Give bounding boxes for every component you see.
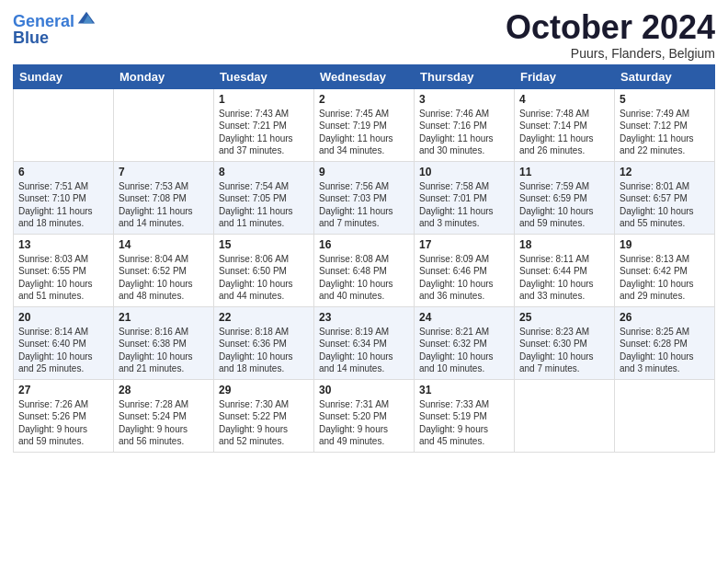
day-content: Sunrise: 8:03 AM Sunset: 6:55 PM Dayligh… (18, 253, 108, 303)
day-cell (515, 379, 615, 452)
day-content: Sunrise: 8:16 AM Sunset: 6:38 PM Dayligh… (119, 326, 209, 375)
day-content: Sunrise: 7:59 AM Sunset: 6:59 PM Dayligh… (519, 180, 609, 230)
week-row-4: 20Sunrise: 8:14 AM Sunset: 6:40 PM Dayli… (14, 306, 715, 379)
col-header-sunday: Sunday (14, 64, 114, 88)
day-number: 13 (18, 238, 108, 251)
day-number: 11 (519, 166, 609, 178)
day-content: Sunrise: 7:33 AM Sunset: 5:19 PM Dayligh… (419, 398, 509, 448)
day-cell: 1Sunrise: 7:43 AM Sunset: 7:21 PM Daylig… (214, 88, 314, 161)
day-cell: 28Sunrise: 7:28 AM Sunset: 5:24 PM Dayli… (114, 379, 214, 452)
day-cell: 27Sunrise: 7:26 AM Sunset: 5:26 PM Dayli… (14, 379, 114, 452)
day-cell: 13Sunrise: 8:03 AM Sunset: 6:55 PM Dayli… (14, 234, 114, 306)
day-number: 26 (620, 311, 710, 324)
day-content: Sunrise: 8:23 AM Sunset: 6:30 PM Dayligh… (519, 326, 609, 375)
day-number: 3 (419, 93, 509, 106)
day-cell: 9Sunrise: 7:56 AM Sunset: 7:03 PM Daylig… (314, 161, 415, 234)
day-content: Sunrise: 8:04 AM Sunset: 6:52 PM Dayligh… (119, 253, 209, 303)
day-cell: 19Sunrise: 8:13 AM Sunset: 6:42 PM Dayli… (615, 234, 715, 306)
col-header-friday: Friday (515, 64, 615, 88)
day-cell: 18Sunrise: 8:11 AM Sunset: 6:44 PM Dayli… (515, 234, 615, 306)
day-number: 12 (620, 166, 710, 178)
day-content: Sunrise: 7:53 AM Sunset: 7:08 PM Dayligh… (119, 180, 209, 230)
day-number: 30 (319, 384, 409, 396)
day-content: Sunrise: 8:21 AM Sunset: 6:32 PM Dayligh… (419, 326, 509, 375)
day-cell: 25Sunrise: 8:23 AM Sunset: 6:30 PM Dayli… (515, 306, 615, 379)
day-cell: 22Sunrise: 8:18 AM Sunset: 6:36 PM Dayli… (214, 306, 314, 379)
day-cell: 5Sunrise: 7:49 AM Sunset: 7:12 PM Daylig… (615, 88, 715, 161)
day-cell: 31Sunrise: 7:33 AM Sunset: 5:19 PM Dayli… (415, 379, 515, 452)
month-title: October 2024 (506, 9, 715, 46)
day-cell: 16Sunrise: 8:08 AM Sunset: 6:48 PM Dayli… (314, 234, 415, 306)
day-content: Sunrise: 7:28 AM Sunset: 5:24 PM Dayligh… (119, 398, 209, 448)
day-cell (114, 88, 214, 161)
day-cell: 17Sunrise: 8:09 AM Sunset: 6:46 PM Dayli… (415, 234, 515, 306)
day-content: Sunrise: 8:11 AM Sunset: 6:44 PM Dayligh… (519, 253, 609, 303)
day-number: 24 (419, 311, 509, 324)
week-row-5: 27Sunrise: 7:26 AM Sunset: 5:26 PM Dayli… (14, 379, 715, 452)
day-cell: 6Sunrise: 7:51 AM Sunset: 7:10 PM Daylig… (14, 161, 114, 234)
day-number: 19 (620, 238, 710, 251)
day-content: Sunrise: 7:26 AM Sunset: 5:26 PM Dayligh… (18, 398, 108, 448)
week-row-2: 6Sunrise: 7:51 AM Sunset: 7:10 PM Daylig… (14, 161, 715, 234)
day-content: Sunrise: 8:06 AM Sunset: 6:50 PM Dayligh… (219, 253, 309, 303)
col-header-monday: Monday (114, 64, 214, 88)
day-content: Sunrise: 8:09 AM Sunset: 6:46 PM Dayligh… (419, 253, 509, 303)
day-cell: 8Sunrise: 7:54 AM Sunset: 7:05 PM Daylig… (214, 161, 314, 234)
day-number: 9 (319, 166, 409, 178)
day-cell: 23Sunrise: 8:19 AM Sunset: 6:34 PM Dayli… (314, 306, 415, 379)
day-number: 28 (119, 384, 209, 396)
day-number: 10 (419, 166, 509, 178)
day-content: Sunrise: 7:43 AM Sunset: 7:21 PM Dayligh… (219, 108, 309, 157)
day-number: 18 (519, 238, 609, 251)
day-number: 16 (319, 238, 409, 251)
day-cell: 12Sunrise: 8:01 AM Sunset: 6:57 PM Dayli… (615, 161, 715, 234)
day-cell: 30Sunrise: 7:31 AM Sunset: 5:20 PM Dayli… (314, 379, 415, 452)
day-content: Sunrise: 8:25 AM Sunset: 6:28 PM Dayligh… (620, 326, 710, 375)
col-header-saturday: Saturday (615, 64, 715, 88)
day-number: 23 (319, 311, 409, 324)
logo-text2: Blue (13, 29, 97, 48)
day-number: 8 (219, 166, 309, 178)
day-number: 29 (219, 384, 309, 396)
day-content: Sunrise: 7:48 AM Sunset: 7:14 PM Dayligh… (519, 108, 609, 157)
day-cell (14, 88, 114, 161)
day-cell: 14Sunrise: 8:04 AM Sunset: 6:52 PM Dayli… (114, 234, 214, 306)
day-number: 14 (119, 238, 209, 251)
day-cell: 3Sunrise: 7:46 AM Sunset: 7:16 PM Daylig… (415, 88, 515, 161)
day-number: 2 (319, 93, 409, 106)
day-number: 27 (18, 384, 108, 396)
day-number: 1 (219, 93, 309, 106)
day-number: 7 (119, 166, 209, 178)
day-content: Sunrise: 7:49 AM Sunset: 7:12 PM Dayligh… (620, 108, 710, 157)
day-cell: 20Sunrise: 8:14 AM Sunset: 6:40 PM Dayli… (14, 306, 114, 379)
day-cell: 2Sunrise: 7:45 AM Sunset: 7:19 PM Daylig… (314, 88, 415, 161)
day-content: Sunrise: 7:30 AM Sunset: 5:22 PM Dayligh… (219, 398, 309, 448)
header-row: SundayMondayTuesdayWednesdayThursdayFrid… (14, 64, 715, 88)
day-content: Sunrise: 7:31 AM Sunset: 5:20 PM Dayligh… (319, 398, 409, 448)
day-cell: 11Sunrise: 7:59 AM Sunset: 6:59 PM Dayli… (515, 161, 615, 234)
day-content: Sunrise: 8:01 AM Sunset: 6:57 PM Dayligh… (620, 180, 710, 230)
day-number: 22 (219, 311, 309, 324)
day-cell: 26Sunrise: 8:25 AM Sunset: 6:28 PM Dayli… (615, 306, 715, 379)
week-row-3: 13Sunrise: 8:03 AM Sunset: 6:55 PM Dayli… (14, 234, 715, 306)
day-content: Sunrise: 8:19 AM Sunset: 6:34 PM Dayligh… (319, 326, 409, 375)
day-cell: 15Sunrise: 8:06 AM Sunset: 6:50 PM Dayli… (214, 234, 314, 306)
week-row-1: 1Sunrise: 7:43 AM Sunset: 7:21 PM Daylig… (14, 88, 715, 161)
day-cell: 29Sunrise: 7:30 AM Sunset: 5:22 PM Dayli… (214, 379, 314, 452)
col-header-thursday: Thursday (415, 64, 515, 88)
day-number: 5 (620, 93, 710, 106)
col-header-tuesday: Tuesday (214, 64, 314, 88)
calendar-table: SundayMondayTuesdayWednesdayThursdayFrid… (13, 64, 715, 453)
day-content: Sunrise: 8:14 AM Sunset: 6:40 PM Dayligh… (18, 326, 108, 375)
day-number: 21 (119, 311, 209, 324)
day-content: Sunrise: 7:51 AM Sunset: 7:10 PM Dayligh… (18, 180, 108, 230)
day-content: Sunrise: 8:13 AM Sunset: 6:42 PM Dayligh… (620, 253, 710, 303)
day-number: 17 (419, 238, 509, 251)
day-number: 20 (18, 311, 108, 324)
logo-icon (76, 8, 97, 29)
day-number: 4 (519, 93, 609, 106)
col-header-wednesday: Wednesday (314, 64, 415, 88)
day-content: Sunrise: 7:58 AM Sunset: 7:01 PM Dayligh… (419, 180, 509, 230)
day-cell (615, 379, 715, 452)
title-block: October 2024 Puurs, Flanders, Belgium (506, 9, 715, 61)
